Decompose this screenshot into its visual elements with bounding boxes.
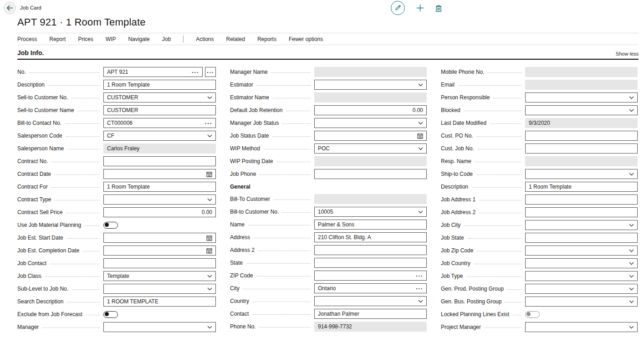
field-value: Ontario [318,285,336,292]
field-input-zip-code[interactable]: ··· [314,271,427,281]
field-input-address[interactable]: 210 Clifton St. Bldg. A [314,232,427,242]
edit-button[interactable] [391,1,405,15]
field-input-last-date-modified: 9/3/2020 [525,118,638,128]
field-input-phone-no: 914-998-7732 [314,322,427,332]
field-input-city[interactable]: Ontario··· [314,283,427,293]
field-input-job-status-date[interactable] [314,131,427,141]
menu-item-reports[interactable]: Reports [257,36,276,42]
field-input-job-type[interactable] [525,271,638,281]
field-control [525,322,638,332]
field-input-person-responsible[interactable] [525,92,638,102]
field-input-contact[interactable]: Jonathan Palmer [314,309,427,319]
field-value: 1 ROOM TEMPLATE [107,298,158,305]
menu-item-job[interactable]: Job [162,36,171,42]
dotted-leader [274,200,311,200]
field-input-salesperson-code[interactable]: CF [103,131,216,141]
show-less-link[interactable]: Show less [616,51,639,56]
field-input-job-est-completion-date[interactable] [103,246,216,256]
field-row: Blocked [441,104,638,117]
field-input-gen-prod-posting-group[interactable] [525,284,638,294]
field-input-country[interactable] [314,296,427,306]
field-input-job-state[interactable] [525,233,638,243]
dotted-leader [85,225,100,226]
field-input-project-manager[interactable] [525,322,638,332]
field-input-search-description[interactable]: 1 ROOM TEMPLATE [103,297,216,307]
field-input-state[interactable] [314,258,427,268]
field-input-no[interactable]: APT 921··· [103,67,203,77]
menu-item-actions[interactable]: Actions [196,36,214,42]
field-row: Description1 Room Template [441,180,638,193]
field-row: Contract No. [17,155,216,168]
field-input-contract-sell-price[interactable]: 0.00 [103,207,216,217]
exclude-from-job-forecast-toggle[interactable] [103,311,118,318]
field-input-ship-to-code[interactable] [525,169,638,179]
field-row: Salesperson NameCarlos Fraley [17,142,216,155]
field-input-gen-bus-posting-group[interactable] [525,297,638,307]
field-control [314,169,427,179]
field-input-default-job-retention[interactable]: 0.00 [314,105,427,115]
field-input-job-city[interactable] [525,220,638,230]
field-input-sell-to-customer-no[interactable]: CUSTOMER [103,92,216,102]
menu-item-related[interactable]: Related [226,36,245,42]
field-label: Last Date Modified [441,120,486,126]
field-row: Sell-to Customer NameCUSTOMER [17,104,216,117]
chevron-down-icon [415,83,423,87]
use-job-material-planning-toggle[interactable] [103,222,118,229]
field-control [103,156,216,166]
menu-item-wip[interactable]: WIP [106,36,116,42]
field-input-job-contact[interactable] [103,258,216,268]
field-input-name[interactable]: Palmer & Sons [314,220,427,230]
field-control [314,67,427,77]
field-input-bill-to-customer-no[interactable]: 10005 [314,207,427,217]
field-input-job-zip-code[interactable] [525,246,638,256]
field-input-contract-type[interactable] [103,195,216,205]
field-control: 9/3/2020 [525,118,638,128]
assist-edit-button[interactable]: ··· [205,67,216,77]
field-input-bill-to-contact-no[interactable]: CT000006··· [103,118,216,128]
field-input-job-phone[interactable] [314,169,427,179]
field-input-cust-job-no[interactable] [525,143,638,154]
field-input-sub-level-to-job-no[interactable] [103,284,216,294]
field-input-job-class[interactable]: Template [103,271,216,281]
menu-item-prices[interactable]: Prices [78,36,93,42]
field-input-wip-method[interactable]: POC [314,143,427,154]
dotted-leader [55,174,100,175]
field-row: Address210 Clifton St. Bldg. A [230,231,427,244]
field-input-blocked[interactable] [525,105,638,115]
field-input-job-est-start-date[interactable] [103,233,216,243]
menu-item-fewer-options[interactable]: Fewer options [289,36,323,42]
field-label: Address [230,234,250,241]
field-label: Contract No. [17,158,48,164]
field-label: Job Country [441,260,470,266]
menu-item-navigate[interactable]: Navigate [128,36,149,42]
field-input-wip-posting-date [314,156,427,166]
menu-item-process[interactable]: Process [17,36,37,42]
field-input-job-country[interactable] [525,258,638,268]
new-button[interactable] [416,4,424,12]
field-input-email [525,80,638,90]
field-control [525,67,638,77]
field-input-manager-job-status[interactable] [314,118,427,128]
field-input-manager[interactable] [103,322,216,332]
field-input-address-2[interactable] [314,245,427,255]
chevron-down-icon [626,109,634,112]
field-row: WIP Posting Date [230,155,427,168]
field-input-description[interactable]: 1 Room Template [103,80,216,90]
field-input-contract-date[interactable] [103,169,216,179]
dotted-leader [475,162,521,162]
field-input-job-address-1[interactable] [525,195,638,205]
delete-button[interactable] [435,5,442,12]
field-input-contract-no[interactable] [103,156,216,166]
field-control [525,271,638,281]
field-input-estimator[interactable] [314,80,427,90]
field-input-cust-po-no[interactable] [525,131,638,141]
back-button[interactable] [4,2,16,14]
field-input-contract-for[interactable]: 1 Room Template [103,182,216,192]
chevron-down-icon [626,173,634,176]
field-input-description[interactable]: 1 Room Template [525,182,638,192]
field-input-job-address-2[interactable] [525,207,638,217]
field-input-sell-to-customer-name[interactable]: CUSTOMER [103,105,216,115]
menu-item-report[interactable]: Report [49,36,66,42]
column-middle: Manager NameEstimatorEstimator NameDefau… [230,66,427,333]
chevron-down-icon [204,326,212,329]
